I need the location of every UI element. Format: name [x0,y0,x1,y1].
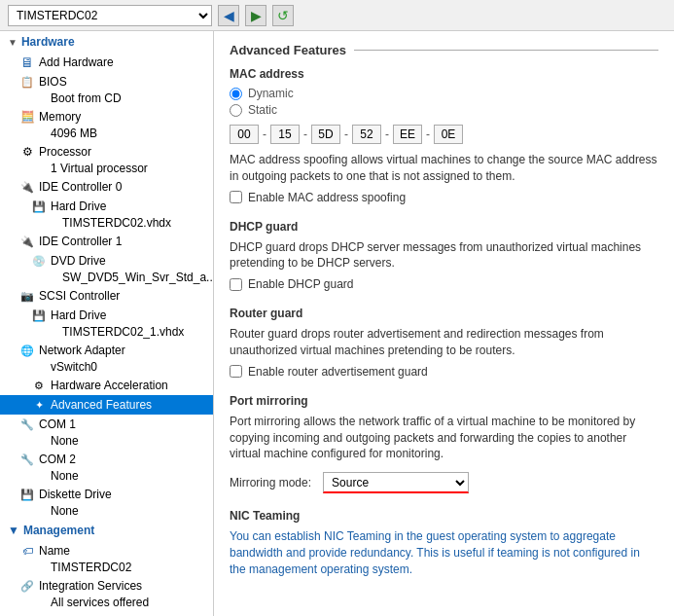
port-mirroring-section: Port mirroring Port mirroring allows the… [230,394,658,493]
hardware-label: Hardware [21,35,75,49]
memory-sublabel: 4096 MB [0,127,213,142]
sidebar-item-com2[interactable]: 🔧 COM 2 None [0,450,213,485]
vm-select[interactable]: TIMSTERDC02 [8,5,212,26]
left-panel: ▼ Hardware 🖥 Add Hardware 📋 BIOS Boot fr… [0,31,214,616]
scsi-icon: 📷 [19,288,35,304]
sidebar-item-snapshot[interactable]: 📂 Snapshot File Location C:\ClusterStora… [0,611,213,616]
sidebar-item-label: IDE Controller 0 [39,180,122,194]
router-guard-check-item[interactable]: Enable router advertisement guard [230,365,658,379]
nic-teaming-title: NIC Teaming [230,509,658,523]
diskette-sublabel: None [0,504,213,520]
sidebar-item-scsi-ctrl[interactable]: 📷 SCSI Controller [0,286,213,306]
dvd-icon: 💿 [31,253,47,269]
mac-sep-1: - [263,127,266,141]
sidebar-item-hw-accel[interactable]: ⚙ Hardware Acceleration [0,376,213,395]
dhcp-guard-section: DHCP guard DHCP guard drops DHCP server … [230,220,658,292]
sidebar-item-label: COM 2 [39,453,76,466]
dhcp-guard-desc: DHCP guard drops DHCP server messages fr… [230,239,658,272]
sidebar-item-diskette[interactable]: 💾 Diskette Drive None [0,485,213,520]
refresh-button[interactable]: ↺ [272,5,294,26]
mac-field-2[interactable] [270,125,300,144]
sidebar-item-name[interactable]: 🏷 Name TIMSTERDC02 [0,541,213,576]
mac-field-5[interactable] [393,125,422,144]
sidebar-item-label: Network Adapter [39,344,125,357]
mac-field-4[interactable] [352,125,381,144]
ide1-icon: 🔌 [19,234,35,249]
com2-sublabel: None [0,469,213,485]
sidebar-item-label: Add Hardware [39,55,114,69]
management-section-header[interactable]: ▼ Management [0,520,213,541]
mac-fields: - - - - - [230,125,658,144]
sidebar-item-com1[interactable]: 🔧 COM 1 None [0,415,213,450]
nic-teaming-desc: You can establish NIC Teaming in the gue… [230,528,658,577]
nic-teaming-section: NIC Teaming You can establish NIC Teamin… [230,509,658,577]
sidebar-item-bios[interactable]: 📋 BIOS Boot from CD [0,72,213,107]
mirroring-mode-label: Mirroring mode: [230,476,311,489]
sidebar-item-label: SCSI Controller [39,289,120,303]
sidebar-item-label: Integration Services [39,579,142,593]
sidebar-item-memory[interactable]: 🧮 Memory 4096 MB [0,107,213,142]
sidebar-item-ide-ctrl-0[interactable]: 🔌 IDE Controller 0 [0,177,213,197]
chevron-icon: ▼ [8,37,18,48]
sidebar-item-integration[interactable]: 🔗 Integration Services All services offe… [0,576,213,611]
hwaccel-icon: ⚙ [31,378,47,393]
dynamic-radio[interactable] [230,88,242,100]
static-label: Static [248,103,277,117]
sidebar-item-advanced-features[interactable]: ✦ Advanced Features [0,395,213,415]
sidebar-item-label: Processor [39,145,91,159]
com1-icon: 🔧 [19,417,35,432]
hd0-sublabel: TIMSTERDC02.vhdx [0,216,213,232]
sidebar-item-processor[interactable]: ⚙ Processor 1 Virtual processor [0,142,213,177]
main-layout: ▼ Hardware 🖥 Add Hardware 📋 BIOS Boot fr… [0,31,674,616]
com1-sublabel: None [0,434,213,450]
router-guard-section: Router guard Router guard drops router a… [230,307,658,379]
floppy-icon: 💾 [19,487,35,502]
mac-radio-group: Dynamic Static [230,87,658,117]
right-panel: Advanced Features MAC address Dynamic St… [214,31,674,616]
com2-icon: 🔧 [19,452,35,467]
name-icon: 🏷 [19,543,35,559]
router-guard-desc: Router guard drops router advertisement … [230,326,658,359]
dynamic-radio-item[interactable]: Dynamic [230,87,658,100]
add-icon: 🖥 [19,54,35,70]
mac-sep-5: - [426,127,430,141]
router-guard-label: Enable router advertisement guard [248,365,428,379]
sidebar-item-hard-drive-1[interactable]: 💾 Hard Drive TIMSTERDC02_1.vhdx [0,306,213,341]
sidebar-item-label: BIOS [39,75,67,89]
dvd-sublabel: SW_DVD5_Win_Svr_Std_a... [0,271,213,286]
dhcp-guard-check-item[interactable]: Enable DHCP guard [230,277,658,291]
mac-sep-3: - [344,127,348,141]
play-button[interactable]: ▶ [245,5,266,26]
static-radio-item[interactable]: Static [230,103,658,117]
dhcp-guard-checkbox[interactable] [230,278,242,291]
sidebar-item-label: Hard Drive [51,199,106,213]
mac-spoofing-label: Enable MAC address spoofing [248,191,406,204]
harddrive0-icon: 💾 [31,199,47,214]
mac-address-title: MAC address [230,67,658,81]
harddrive1-icon: 💾 [31,308,47,323]
mac-spoofing-checkbox[interactable] [230,191,242,203]
sidebar-item-dvd-drive[interactable]: 💿 DVD Drive SW_DVD5_Win_Svr_Std_a... [0,251,213,286]
network-icon: 🌐 [19,343,35,358]
mirroring-mode-select[interactable]: None Source Destination [323,472,469,493]
sidebar-item-label: COM 1 [39,417,76,431]
sidebar-item-ide-ctrl-1[interactable]: 🔌 IDE Controller 1 [0,232,213,251]
processor-icon: ⚙ [19,144,35,160]
port-mirroring-desc: Port mirroring allows the network traffi… [230,414,658,462]
mac-field-1[interactable] [230,125,259,144]
mac-field-3[interactable] [311,125,340,144]
mac-spoofing-check-item[interactable]: Enable MAC address spoofing [230,191,658,204]
sidebar-item-network-adapter[interactable]: 🌐 Network Adapter vSwitch0 [0,341,213,376]
bios-icon: 📋 [19,74,35,90]
mac-sep-2: - [303,127,307,141]
sidebar-item-label: Hardware Acceleration [51,379,168,392]
mac-field-6[interactable] [434,125,463,144]
section-title: Advanced Features [230,43,658,57]
hardware-section-header[interactable]: ▼ Hardware [0,31,213,53]
back-button[interactable]: ◀ [218,5,239,26]
chevron-mgmt-icon: ▼ [8,524,19,537]
sidebar-item-add-hardware[interactable]: 🖥 Add Hardware [0,53,213,72]
sidebar-item-hard-drive-0[interactable]: 💾 Hard Drive TIMSTERDC02.vhdx [0,197,213,232]
router-guard-checkbox[interactable] [230,365,242,378]
static-radio[interactable] [230,104,242,117]
